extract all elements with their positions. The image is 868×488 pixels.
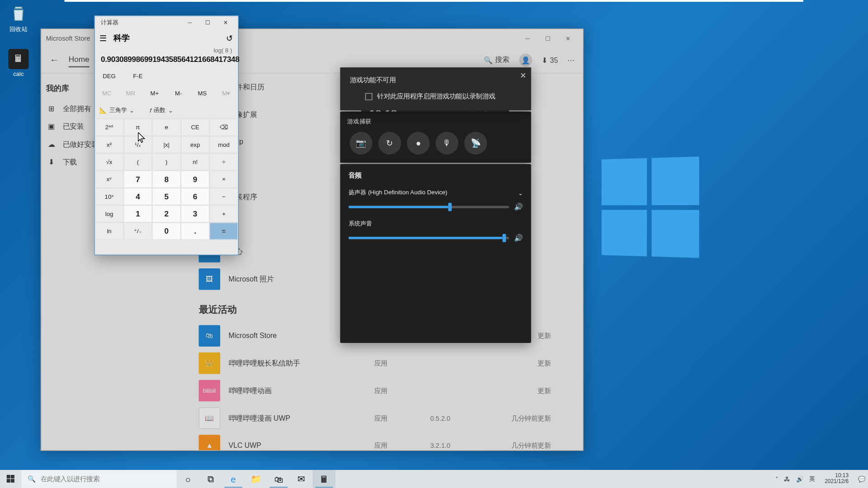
calc-key-e[interactable]: e [152, 119, 181, 136]
svg-rect-0 [7, 475, 10, 479]
calc-key-.[interactable]: . [181, 222, 209, 239]
calc-key-√x[interactable]: √x [95, 153, 123, 170]
gamebar-notice: ✕ 游戏功能不可用 针对此应用程序启用游戏功能以录制游戏 [340, 67, 531, 110]
calc-mr-button[interactable]: MR [119, 84, 143, 102]
calc-key-6[interactable]: 6 [181, 188, 209, 205]
calc-ms-button[interactable]: MS [190, 84, 214, 102]
calc-deg-button[interactable]: DEG [95, 67, 123, 84]
tray-volume-icon[interactable]: 🔊 [796, 476, 803, 483]
taskbar-edge-button[interactable]: e [222, 470, 245, 488]
gamebar-overlay: ✕ 游戏功能不可用 针对此应用程序启用游戏功能以录制游戏 游戏捕获 📷 ↻ ● … [340, 67, 531, 343]
calc-key-mod[interactable]: mod [209, 136, 238, 153]
speaker-icon[interactable]: 🔊 [514, 234, 523, 242]
calc-key-3[interactable]: 3 [181, 205, 209, 222]
calc-key-2ⁿᵈ[interactable]: 2ⁿᵈ [95, 119, 123, 136]
tray-overflow-button[interactable]: ˄ [775, 476, 778, 483]
speaker-volume-slider[interactable] [349, 206, 509, 208]
tray-network-icon[interactable]: 🖧 [784, 476, 790, 483]
chevron-down-icon: ⌄ [518, 189, 523, 196]
calc-key-([interactable]: ( [123, 153, 152, 170]
calc-key-n![interactable]: n! [181, 153, 209, 170]
taskbar-mail-button[interactable]: ✉ [290, 470, 313, 488]
search-icon: 🔍 [28, 475, 36, 483]
calc-mc-button[interactable]: MC [95, 84, 119, 102]
calc-key-+[interactable]: + [209, 205, 238, 222]
start-button[interactable] [0, 470, 22, 488]
calc-trig-dropdown[interactable]: 📐 三角学 ⌄ [99, 106, 134, 114]
calc-shortcut-icon[interactable]: 🖩 calc [1, 49, 36, 77]
calc-menu-button[interactable]: ☰ [99, 33, 107, 43]
taskbar-taskview-button[interactable]: ⧉ [199, 470, 222, 488]
calc-func-dropdown[interactable]: f 函数 ⌄ [150, 106, 173, 114]
calc-key-0[interactable]: 0 [152, 222, 181, 239]
calc-key-x²[interactable]: x² [95, 136, 123, 153]
calc-fe-button[interactable]: F-E [123, 67, 152, 84]
calc-mminus-button[interactable]: M- [166, 84, 190, 102]
system-volume-slider[interactable] [349, 237, 509, 239]
calc-history-button[interactable]: ↺ [226, 33, 233, 43]
broadcast-button[interactable]: 📡 [464, 132, 487, 155]
taskbar: 🔍 在此键入以进行搜索 ○ ⧉ e 📁 🛍 ✉ 🖩 ˄ 🖧 🔊 英 10:13 … [0, 470, 868, 488]
tray-ime-button[interactable]: 英 [809, 475, 815, 483]
calc-key-|x|[interactable]: |x| [152, 136, 181, 153]
calc-key-9[interactable]: 9 [181, 171, 209, 188]
screenshot-button[interactable]: 📷 [350, 132, 373, 155]
audio-device-dropdown[interactable]: 扬声器 (High Definition Audio Device) ⌄ [349, 188, 523, 197]
gamebar-notice-close-button[interactable]: ✕ [520, 71, 527, 80]
calc-key-8[interactable]: 8 [152, 171, 181, 188]
record-last-button[interactable]: ↻ [378, 132, 401, 155]
taskbar-clock[interactable]: 10:13 2021/12/6 [821, 473, 852, 485]
calc-key-)[interactable]: ) [152, 153, 181, 170]
gamebar-enable-checkbox[interactable]: 针对此应用程序启用游戏功能以录制游戏 [350, 92, 522, 101]
calc-key-÷[interactable]: ÷ [209, 153, 238, 170]
speaker-icon[interactable]: 🔊 [514, 203, 523, 211]
calc-key-ln[interactable]: ln [95, 222, 123, 239]
calc-min-button[interactable]: ─ [181, 16, 199, 29]
calc-key-×[interactable]: × [209, 171, 238, 188]
calc-key-⌫[interactable]: ⌫ [209, 119, 238, 136]
mic-toggle-button[interactable]: 🎙 [436, 132, 458, 155]
top-white-bar [65, 0, 803, 2]
calc-key-π[interactable]: π [123, 119, 152, 136]
calc-key-−[interactable]: − [209, 188, 238, 205]
gamebar-audio-panel: 音频 扬声器 (High Definition Audio Device) ⌄ … [340, 164, 531, 343]
calc-key-2[interactable]: 2 [152, 205, 181, 222]
calc-titlebar[interactable]: 计算器 ─ ☐ ✕ [95, 16, 238, 29]
calc-close-button[interactable]: ✕ [217, 16, 235, 29]
taskbar-explorer-button[interactable]: 📁 [245, 470, 267, 488]
calc-key-1[interactable]: 1 [123, 205, 152, 222]
taskbar-search-input[interactable]: 🔍 在此键入以进行搜索 [22, 470, 177, 488]
windows-logo [602, 157, 699, 258]
calc-key-¹/ₓ[interactable]: ¹/ₓ [123, 136, 152, 153]
system-sound-label: 系统声音 [349, 220, 523, 228]
gamebar-notice-title: 游戏功能不可用 [350, 76, 522, 85]
gamebar-capture-title: 游戏捕获 [347, 117, 524, 126]
record-button[interactable]: ● [407, 132, 429, 155]
svg-rect-1 [11, 475, 14, 479]
calc-key-=[interactable]: = [209, 222, 238, 239]
calc-max-button[interactable]: ☐ [199, 16, 217, 29]
calc-key-7[interactable]: 7 [123, 171, 152, 188]
calc-key-log[interactable]: log [95, 205, 123, 222]
calc-key-CE[interactable]: CE [181, 119, 209, 136]
calc-mplus-button[interactable]: M+ [142, 84, 166, 102]
calc-expression: log( 8 ) [95, 47, 238, 54]
calc-key-exp[interactable]: exp [181, 136, 209, 153]
calc-key-⁺/₋[interactable]: ⁺/₋ [123, 222, 152, 239]
calc-key-10ˣ[interactable]: 10ˣ [95, 188, 123, 205]
calc-key-4[interactable]: 4 [123, 188, 152, 205]
svg-rect-2 [7, 479, 10, 483]
calc-key-xʸ[interactable]: xʸ [95, 171, 123, 188]
calculator-window: 计算器 ─ ☐ ✕ ☰ 科学 ↺ log( 8 ) 0.903089986991… [94, 15, 239, 255]
checkbox-icon [365, 93, 373, 100]
gamebar-capture-panel: 游戏捕获 📷 ↻ ● 🎙 📡 [340, 112, 531, 163]
calc-result: 0.90308998699194358564121668417348 [95, 54, 238, 67]
calc-key-5[interactable]: 5 [152, 188, 181, 205]
taskbar-store-button[interactable]: 🛍 [267, 470, 290, 488]
taskbar-calculator-button[interactable]: 🖩 [313, 470, 335, 488]
tray-notifications-button[interactable]: 💬 [858, 476, 865, 483]
recycle-bin-label: 回收站 [1, 25, 36, 33]
taskbar-cortana-button[interactable]: ○ [177, 470, 199, 488]
recycle-bin-icon[interactable]: 回收站 [1, 4, 36, 33]
calc-mlist-button[interactable]: M▾ [214, 84, 238, 102]
